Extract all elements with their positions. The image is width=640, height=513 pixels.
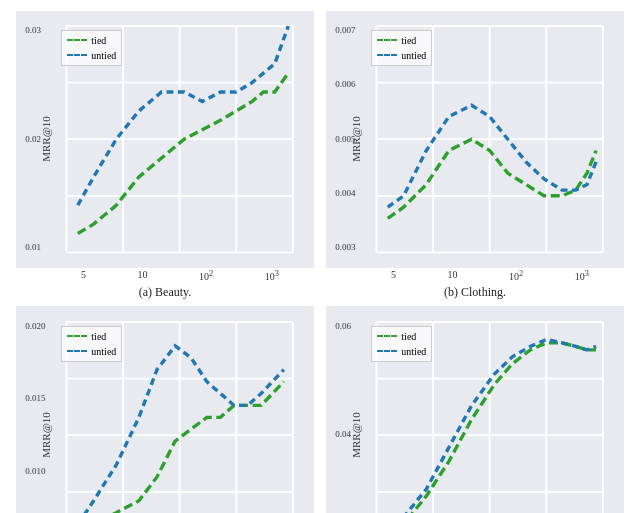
y-ticks-ml1m: 0.060.040.02 — [335, 322, 351, 513]
chart-cell-ml1m: 0.060.040.02MRR@10tieduntied510102103(d)… — [320, 302, 630, 513]
x-ticks-beauty: 510102103 — [53, 269, 306, 282]
chart-area-beauty: 0.030.020.01MRR@10tieduntied — [16, 11, 314, 268]
y-axis-label-beauty: MRR@10 — [40, 116, 52, 162]
chart-cell-toys: 0.0200.0150.0100.005MRR@10tieduntied5101… — [10, 302, 320, 513]
chart-cell-beauty: 0.030.020.01MRR@10tieduntied510102103(a)… — [10, 7, 320, 303]
legend-beauty: tieduntied — [61, 30, 122, 66]
chart-caption-beauty: (a) Beauty. — [139, 285, 192, 300]
chart-area-toys: 0.0200.0150.0100.005MRR@10tieduntied — [16, 306, 314, 513]
chart-area-ml1m: 0.060.040.02MRR@10tieduntied — [326, 306, 624, 513]
chart-cell-clothing: 0.0070.0060.0050.0040.003MRR@10tieduntie… — [320, 7, 630, 303]
chart-caption-clothing: (b) Clothing. — [444, 285, 506, 300]
legend-toys: tieduntied — [61, 326, 122, 362]
y-axis-label-ml1m: MRR@10 — [350, 412, 362, 458]
x-ticks-clothing: 510102103 — [363, 269, 616, 282]
y-ticks-beauty: 0.030.020.01 — [25, 26, 41, 252]
chart-area-clothing: 0.0070.0060.0050.0040.003MRR@10tieduntie… — [326, 11, 624, 268]
legend-clothing: tieduntied — [371, 30, 432, 66]
chart-grid: 0.030.020.01MRR@10tieduntied510102103(a)… — [10, 7, 630, 507]
y-axis-label-clothing: MRR@10 — [350, 116, 362, 162]
y-axis-label-toys: MRR@10 — [40, 412, 52, 458]
legend-ml1m: tieduntied — [371, 326, 432, 362]
